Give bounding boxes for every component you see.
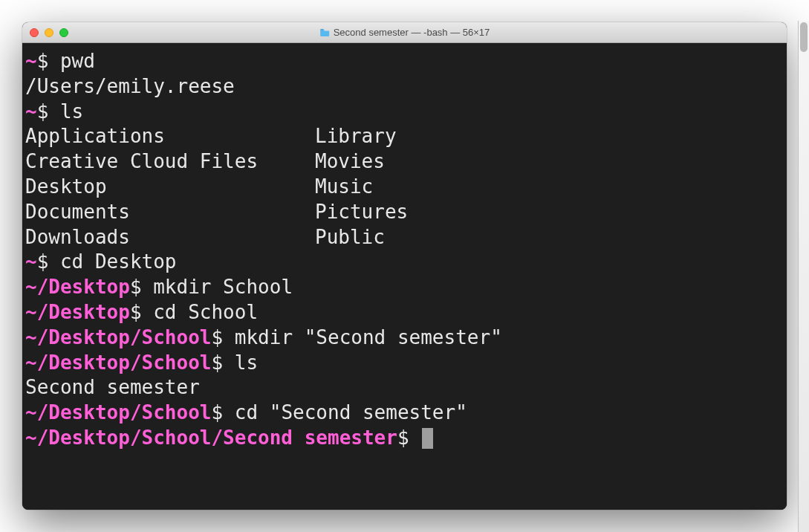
terminal-line: ~/Desktop/School$ ls: [25, 351, 784, 376]
cursor: [422, 428, 433, 449]
window-title: Second semester — -bash — 56×17: [319, 27, 490, 38]
prompt-dollar: $: [37, 250, 60, 273]
prompt-dollar: $: [211, 326, 234, 348]
ls-col1: Applications: [25, 124, 315, 149]
titlebar: Second semester — -bash — 56×17: [22, 22, 787, 43]
terminal-window: Second semester — -bash — 56×17 ~$ pwd/U…: [22, 22, 787, 510]
terminal-content[interactable]: ~$ pwd/Users/emily.reese~$ lsApplication…: [22, 43, 787, 510]
close-button[interactable]: [30, 28, 39, 37]
ls-col1: Creative Cloud Files: [25, 149, 315, 175]
prompt-dollar: $: [37, 100, 60, 123]
command-text: ls: [235, 351, 258, 374]
maximize-button[interactable]: [59, 28, 68, 37]
prompt: ~/Desktop/School: [25, 326, 211, 348]
ls-col2: Public: [315, 225, 385, 250]
terminal-line: Second semester: [25, 375, 784, 400]
folder-icon: [319, 28, 330, 36]
ls-col2: Library: [315, 124, 397, 149]
prompt: ~: [25, 50, 37, 72]
prompt: ~/Desktop: [25, 301, 130, 323]
prompt-dollar: $: [397, 426, 420, 449]
terminal-line: /Users/emily.reese: [25, 74, 784, 100]
window-title-text: Second semester — -bash — 56×17: [334, 27, 490, 38]
ls-col2: Pictures: [315, 200, 408, 225]
command-text: cd Desktop: [60, 250, 177, 273]
terminal-line: ~/Desktop/School/Second semester$: [25, 426, 784, 451]
terminal-line: ~/Desktop$ cd School: [25, 300, 784, 325]
terminal-line: ~$ pwd: [25, 49, 784, 74]
prompt-dollar: $: [37, 50, 60, 72]
prompt-dollar: $: [130, 276, 153, 298]
output-text: Second semester: [25, 376, 200, 398]
ls-col1: Downloads: [25, 225, 315, 250]
terminal-line: DesktopMusic: [25, 175, 784, 200]
terminal-line: ~$ ls: [25, 100, 784, 125]
command-text: ls: [60, 100, 83, 123]
terminal-line: ~$ cd Desktop: [25, 250, 784, 275]
ls-col1: Desktop: [25, 175, 315, 200]
output-text: /Users/emily.reese: [25, 75, 235, 97]
prompt: ~: [25, 250, 37, 273]
prompt-dollar: $: [211, 401, 234, 424]
prompt-dollar: $: [211, 351, 234, 374]
command-text: cd "Second semester": [235, 401, 467, 424]
ls-col2: Music: [315, 175, 373, 200]
terminal-line: ~/Desktop/School$ mkdir "Second semester…: [25, 325, 784, 351]
prompt: ~: [25, 100, 37, 123]
prompt: ~/Desktop/School/Second semester: [25, 426, 397, 449]
command-text: mkdir School: [153, 276, 293, 298]
minimize-button[interactable]: [45, 28, 53, 37]
command-text: cd School: [153, 301, 258, 323]
terminal-line: DownloadsPublic: [25, 225, 784, 250]
terminal-line: DocumentsPictures: [25, 200, 784, 225]
prompt: ~/Desktop/School: [25, 401, 211, 424]
terminal-line: Creative Cloud FilesMovies: [25, 149, 784, 175]
command-text: pwd: [60, 50, 95, 72]
prompt-dollar: $: [130, 301, 153, 323]
command-text: mkdir "Second semester": [235, 326, 502, 348]
traffic-lights: [30, 28, 68, 37]
terminal-line: ~/Desktop/School$ cd "Second semester": [25, 400, 784, 426]
prompt: ~/Desktop: [25, 276, 130, 298]
prompt: ~/Desktop/School: [25, 351, 211, 374]
ls-col1: Documents: [25, 200, 315, 225]
terminal-line: ApplicationsLibrary: [25, 124, 784, 149]
terminal-line: ~/Desktop$ mkdir School: [25, 275, 784, 300]
ls-col2: Movies: [315, 149, 385, 175]
